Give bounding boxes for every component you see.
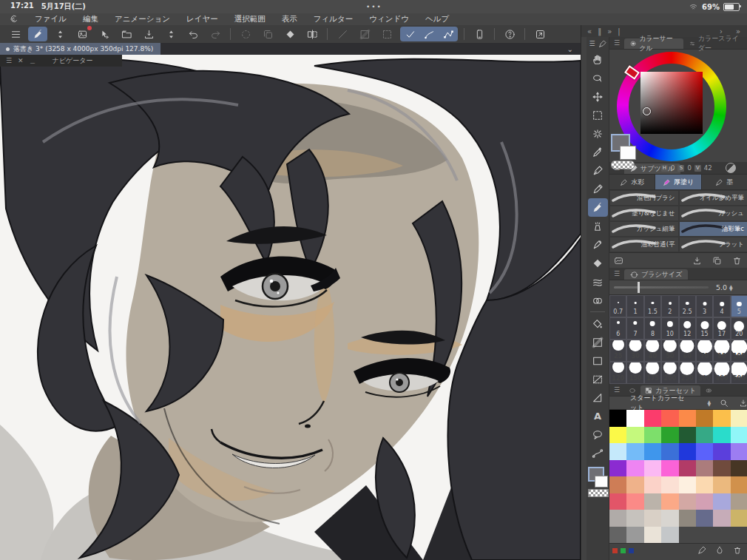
pencil-tool[interactable]: [588, 180, 608, 198]
color-set-stepper[interactable]: ▲▼: [707, 400, 711, 406]
transparent-swatch-2[interactable]: [611, 161, 635, 169]
help-button[interactable]: [500, 27, 519, 41]
menu-item-1[interactable]: 編集: [75, 14, 107, 24]
size-cell-70[interactable]: 70: [696, 340, 713, 362]
liquify-tool[interactable]: [588, 291, 608, 309]
airbrush-tool[interactable]: [588, 217, 608, 235]
subtool-group-1[interactable]: 厚塗り: [655, 175, 701, 189]
sv-cursor[interactable]: [643, 107, 651, 115]
tool-edit-icon[interactable]: [598, 40, 606, 48]
brush-size-menu-icon[interactable]: ☰: [614, 270, 620, 277]
brush-size-slider[interactable]: [614, 286, 709, 289]
transparent-color-swatch[interactable]: [588, 489, 609, 497]
tab-color-mixing[interactable]: [700, 385, 717, 396]
color-swatch-21[interactable]: [696, 443, 713, 460]
footer-chip-1[interactable]: [621, 548, 626, 553]
size-cell-8[interactable]: 8: [644, 317, 661, 340]
replace-color-icon[interactable]: [715, 546, 724, 555]
size-cell-40[interactable]: 40: [644, 340, 661, 362]
color-swatch-56[interactable]: [609, 527, 626, 544]
operation-tool[interactable]: [588, 69, 608, 87]
color-swatch-39[interactable]: [731, 476, 747, 493]
color-swatch-34[interactable]: [644, 476, 661, 493]
document-tab[interactable]: 落書き 3* (3258 x 4000px 350dpi 127.8%): [0, 43, 160, 55]
undo-button[interactable]: [183, 27, 203, 41]
color-swatch-54[interactable]: [713, 510, 730, 527]
share-button[interactable]: [530, 27, 550, 41]
subtool-group-2[interactable]: 墨: [702, 175, 747, 189]
blend-tool[interactable]: [588, 272, 608, 291]
color-swatch-7[interactable]: [731, 410, 747, 427]
line-correct-tool[interactable]: [588, 444, 608, 462]
size-cell-500[interactable]: 500: [731, 362, 747, 384]
color-swatch-8[interactable]: [609, 427, 626, 444]
size-cell-30[interactable]: 30: [626, 340, 643, 362]
size-cell-50[interactable]: 50: [661, 340, 678, 362]
ruler-tool[interactable]: [588, 388, 608, 407]
color-swatch-46[interactable]: [713, 493, 730, 510]
color-swatch-22[interactable]: [713, 443, 730, 460]
color-swatch-4[interactable]: [679, 410, 696, 427]
menu-item-8[interactable]: ヘルプ: [417, 14, 457, 24]
size-cell-1.5[interactable]: 1.5: [644, 295, 661, 317]
color-swatch-50[interactable]: [644, 510, 661, 527]
color-swatch-20[interactable]: [679, 443, 696, 460]
selection-tool-button[interactable]: [377, 27, 396, 41]
redo-button[interactable]: [206, 27, 225, 41]
footer-chip-2[interactable]: [629, 548, 634, 553]
color-swatch-0[interactable]: [609, 410, 626, 427]
size-cell-12[interactable]: 12: [679, 317, 696, 340]
color-swatch-26[interactable]: [644, 460, 661, 477]
color-swatch-37[interactable]: [696, 476, 713, 493]
color-swatch-29[interactable]: [696, 460, 713, 477]
size-cell-100[interactable]: 100: [731, 340, 747, 362]
size-cell-2[interactable]: 2: [661, 295, 678, 317]
color-swatch-44[interactable]: [679, 493, 696, 510]
color-swatch-57[interactable]: [626, 527, 643, 544]
sub-color-swatch-2[interactable]: [620, 146, 636, 160]
color-swatch-15[interactable]: [731, 427, 747, 444]
menu-item-6[interactable]: フィルター: [305, 14, 361, 24]
size-cell-6[interactable]: 6: [609, 317, 626, 340]
color-swatch-3[interactable]: [661, 410, 678, 427]
pan-tool[interactable]: [588, 50, 608, 69]
color-swatch-59[interactable]: [661, 527, 678, 544]
tool-palette-menu-icon[interactable]: ☰: [589, 40, 595, 47]
processing-button[interactable]: [236, 27, 255, 41]
save-button[interactable]: [139, 27, 158, 41]
menu-item-3[interactable]: レイヤー: [178, 14, 226, 24]
line-tool-button[interactable]: [333, 27, 352, 41]
size-cell-15[interactable]: 15: [696, 317, 713, 340]
multitask-dots[interactable]: •••: [366, 3, 382, 10]
duplicate-button[interactable]: [258, 27, 277, 41]
import-color-set-icon[interactable]: [739, 399, 747, 408]
open-button[interactable]: [117, 27, 136, 41]
color-swatch-43[interactable]: [661, 493, 678, 510]
sub-color-swatch[interactable]: [595, 476, 608, 488]
color-swatch-35[interactable]: [661, 476, 678, 493]
color-swatch-40[interactable]: [609, 493, 626, 510]
color-swatch-38[interactable]: [713, 476, 730, 493]
brush-item[interactable]: ガッシュ細筆: [609, 221, 679, 237]
delete-color-icon[interactable]: [733, 546, 742, 555]
color-swatch-13[interactable]: [696, 427, 713, 444]
color-swatch-18[interactable]: [644, 443, 661, 460]
brush-size-stepper[interactable]: ▲▼: [729, 285, 733, 291]
color-swatch-52[interactable]: [679, 510, 696, 527]
auto-select-tool[interactable]: [588, 124, 608, 143]
color-swatch-48[interactable]: [609, 510, 626, 527]
group-antialias-button[interactable]: [400, 27, 419, 41]
import-subtool-icon[interactable]: [692, 256, 702, 266]
color-swatch-53[interactable]: [696, 510, 713, 527]
navigator-minimize-icon[interactable]: ＿: [30, 56, 36, 66]
size-cell-120[interactable]: 120: [609, 362, 626, 384]
color-swatch-45[interactable]: [696, 493, 713, 510]
dock-control-0[interactable]: «: [587, 27, 592, 36]
gradient-tool[interactable]: [588, 333, 608, 351]
color-swatch-24[interactable]: [609, 460, 626, 477]
color-swatch-33[interactable]: [626, 476, 643, 493]
size-cell-10[interactable]: 10: [661, 317, 678, 340]
menu-item-0[interactable]: ファイル: [27, 14, 75, 24]
save-stepper[interactable]: [161, 27, 180, 41]
menu-item-4[interactable]: 選択範囲: [226, 14, 274, 24]
